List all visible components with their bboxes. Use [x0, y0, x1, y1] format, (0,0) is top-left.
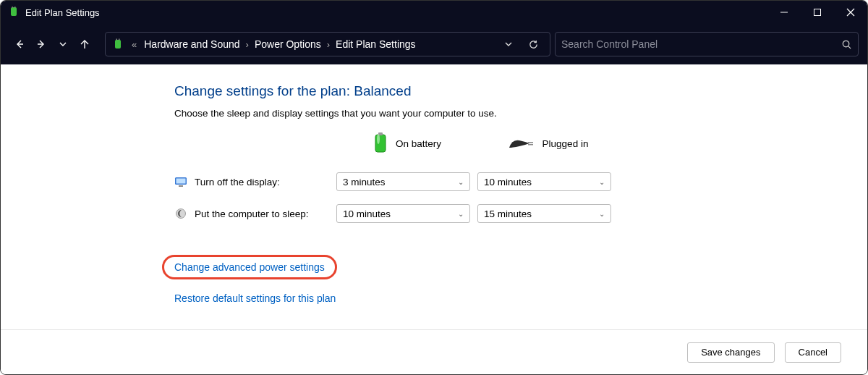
- svg-line-14: [848, 46, 851, 48]
- moon-icon: [174, 207, 187, 220]
- svg-point-13: [843, 41, 848, 46]
- svg-rect-2: [14, 7, 16, 8]
- svg-rect-12: [119, 39, 120, 41]
- svg-rect-23: [179, 185, 183, 187]
- svg-rect-10: [115, 40, 121, 49]
- svg-rect-20: [528, 144, 533, 146]
- row-sleep-label: Put the computer to sleep:: [174, 207, 336, 220]
- cancel-button[interactable]: Cancel: [785, 342, 841, 363]
- display-plugged-combo[interactable]: 10 minutes ⌄: [477, 172, 611, 191]
- svg-rect-22: [176, 179, 186, 184]
- nav-bar: « Hardware and Sound › Power Options › E…: [1, 24, 867, 64]
- chevron-right-icon: ›: [244, 39, 250, 50]
- svg-rect-4: [814, 9, 821, 16]
- column-header-battery-label: On battery: [396, 138, 441, 149]
- breadcrumb-item-power[interactable]: Power Options: [250, 38, 326, 50]
- chevron-down-icon: ⌄: [599, 210, 605, 218]
- address-bar[interactable]: « Hardware and Sound › Power Options › E…: [105, 32, 550, 56]
- svg-rect-15: [375, 135, 386, 152]
- chevron-down-icon: ⌄: [458, 210, 464, 218]
- maximize-button[interactable]: [801, 1, 834, 24]
- sleep-battery-combo[interactable]: 10 minutes ⌄: [336, 204, 470, 223]
- nav-up-button[interactable]: [75, 34, 95, 54]
- title-bar: Edit Plan Settings: [1, 1, 867, 24]
- refresh-button[interactable]: [522, 33, 544, 55]
- nav-back-button[interactable]: [9, 34, 30, 54]
- column-header-plugged-label: Plugged in: [542, 138, 589, 149]
- sleep-plugged-combo[interactable]: 15 minutes ⌄: [477, 204, 611, 223]
- combo-value: 15 minutes: [484, 208, 532, 219]
- chevron-down-icon: ⌄: [458, 178, 464, 186]
- combo-value: 3 minutes: [343, 177, 386, 188]
- column-header-battery: On battery: [336, 132, 477, 159]
- close-button[interactable]: [834, 1, 867, 24]
- footer: Save changes Cancel: [1, 329, 867, 374]
- advanced-settings-link[interactable]: Change advanced power settings: [174, 261, 325, 273]
- combo-value: 10 minutes: [343, 208, 391, 219]
- app-icon: [8, 7, 20, 18]
- column-header-plugged: Plugged in: [477, 136, 618, 155]
- page-subtext: Choose the sleep and display settings th…: [174, 108, 867, 119]
- display-battery-combo[interactable]: 3 minutes ⌄: [336, 172, 470, 191]
- search-input[interactable]: [561, 38, 841, 50]
- highlight-annotation: Change advanced power settings: [162, 255, 337, 279]
- content-area: Change settings for the plan: Balanced C…: [1, 64, 867, 329]
- breadcrumb-item-hardware[interactable]: Hardware and Sound: [140, 38, 244, 50]
- battery-full-icon: [373, 132, 388, 155]
- nav-recent-button[interactable]: [53, 34, 73, 54]
- page-heading: Change settings for the plan: Balanced: [174, 83, 867, 99]
- nav-forward-button[interactable]: [31, 34, 51, 54]
- save-button[interactable]: Save changes: [687, 342, 774, 363]
- window-title: Edit Plan Settings: [25, 7, 100, 18]
- svg-rect-0: [11, 7, 17, 16]
- address-dropdown-button[interactable]: [498, 33, 519, 55]
- chevron-down-icon: ⌄: [599, 178, 605, 186]
- plug-icon: [508, 136, 535, 151]
- breadcrumb-overflow[interactable]: «: [129, 39, 140, 50]
- row-display-label: Turn off the display:: [174, 175, 336, 188]
- battery-icon: [111, 38, 124, 51]
- svg-rect-19: [528, 142, 533, 143]
- svg-point-18: [377, 134, 380, 144]
- search-icon: [841, 39, 852, 50]
- minimize-button[interactable]: [767, 1, 801, 24]
- breadcrumb-item-edit[interactable]: Edit Plan Settings: [331, 38, 420, 50]
- chevron-right-icon: ›: [326, 39, 331, 50]
- search-box[interactable]: [555, 32, 859, 56]
- svg-rect-1: [12, 7, 14, 8]
- svg-rect-11: [116, 39, 118, 41]
- combo-value: 10 minutes: [484, 177, 532, 188]
- display-icon: [174, 175, 187, 188]
- restore-defaults-link[interactable]: Restore default settings for this plan: [174, 292, 336, 304]
